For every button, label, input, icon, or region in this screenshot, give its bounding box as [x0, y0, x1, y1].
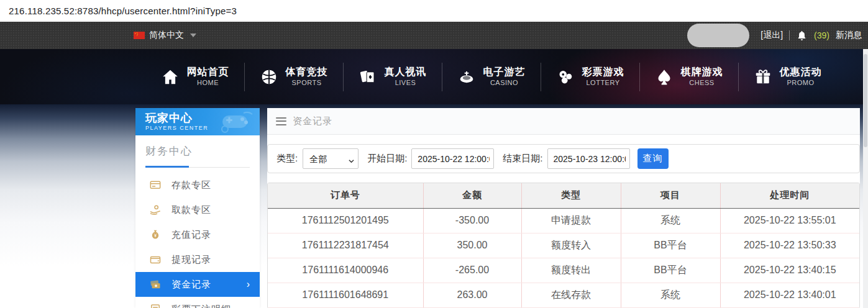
table-cell: 1761112501201495 [268, 208, 423, 233]
sidebar-item-label: 取款专区 [171, 204, 211, 216]
lottery-balls-icon [556, 68, 575, 86]
col-header: 类型 [521, 183, 621, 208]
section-label: 财务中心 [145, 144, 250, 158]
nav-label-en: CHESS [681, 78, 723, 88]
nav-item-chess[interactable]: 棋牌游戏CHESS [640, 66, 738, 88]
divider [789, 30, 790, 40]
sidebar-menu: 存款专区›取款专区›充值记录›提现记录›资金记录›彩票下注明细› [135, 173, 260, 308]
nav-item-sports[interactable]: 体育竞技SPORTS [245, 66, 343, 88]
table-cell: 2025-10-22 13:40:15 [720, 258, 859, 283]
nav-label-zh: 体育竞技 [286, 66, 328, 78]
table-row: 1761111614000946-265.00额度转出BB平台2025-10-2… [268, 258, 859, 283]
type-select[interactable]: 全部 [303, 148, 359, 169]
col-header: 订单号 [268, 183, 423, 208]
breadcrumb-label: 资金记录 [293, 116, 332, 127]
table-row: 1761112501201495-350.00申请提款系统2025-10-22 … [268, 208, 859, 233]
language-selector[interactable]: 简体中文 [134, 30, 196, 41]
nav-item-home[interactable]: 网站首页HOME [146, 66, 244, 88]
table-cell: 申请提款 [521, 208, 621, 233]
scrollbar-thumb[interactable] [864, 54, 867, 147]
sidebar-item-deposit[interactable]: 存款专区› [135, 173, 260, 197]
type-label: 类型: [276, 153, 298, 165]
col-header: 处理时间 [720, 183, 859, 208]
logout-button[interactable]: [退出] [761, 30, 783, 41]
start-date-input[interactable] [411, 148, 494, 169]
new-messages-link[interactable]: 新消息 [836, 30, 862, 41]
sidebar-item-label: 充值记录 [171, 229, 211, 241]
nav-item-lottery[interactable]: 彩票游戏LOTTERY [541, 66, 639, 88]
chevron-down-icon [190, 34, 196, 37]
message-count[interactable]: (39) [814, 30, 829, 40]
sidebar-item-label: 存款专区 [171, 179, 211, 191]
nav-label-en: LIVES [385, 78, 427, 88]
sidebar-item-label: 提现记录 [171, 254, 211, 266]
table-cell: 2025-10-22 13:40:01 [720, 283, 859, 307]
nav-label-zh: 彩票游戏 [582, 66, 624, 78]
bell-icon[interactable] [796, 30, 808, 42]
nav-label-zh: 网站首页 [187, 66, 229, 78]
filter-bar: 类型: 全部 开始日期: 结束日期: 查询 [267, 144, 860, 173]
breadcrumb: 资金记录 [267, 108, 860, 135]
gamepad-icon [219, 111, 254, 134]
bet-list-icon [149, 303, 162, 308]
table-cell: BB平台 [621, 233, 720, 258]
withdraw-hand-icon [149, 204, 162, 216]
table-row: 1761112231817454350.00额度转入BB平台2025-10-22… [268, 233, 859, 258]
sidebar-item-recharge-log[interactable]: 充值记录› [135, 222, 260, 247]
table-cell: 1761112231817454 [268, 233, 423, 258]
chevron-right-icon: › [247, 279, 250, 289]
table-body: 1761112501201495-350.00申请提款系统2025-10-22 … [268, 208, 859, 307]
nav-label-en: HOME [187, 78, 229, 88]
nav-label-zh: 优惠活动 [780, 66, 822, 78]
col-header: 项目 [621, 183, 720, 208]
table-cell: 额度转入 [521, 233, 621, 258]
table-cell: 350.00 [423, 233, 521, 258]
nav-label-en: SPORTS [286, 78, 328, 88]
table-cell: 1761111601648691 [268, 283, 423, 307]
browser-url-bar[interactable]: 216.118.235.52:8783/hhcp/usercenter.html… [0, 0, 868, 22]
roulette-icon [457, 68, 476, 86]
end-date-input[interactable] [547, 148, 630, 169]
sidebar-item-funds-log[interactable]: 资金记录› [135, 272, 260, 297]
gift-icon [754, 68, 772, 86]
main-nav: 网站首页HOME体育竞技SPORTS真人视讯LIVES电子游艺CASINO彩票游… [57, 49, 868, 104]
topbar: 简体中文 [退出] (39) 新消息 [0, 22, 868, 49]
table-row: 1761111601648691263.00在线存款系统2025-10-22 1… [268, 283, 859, 307]
nav-item-casino[interactable]: 电子游艺CASINO [442, 66, 541, 88]
moneybag-icon [149, 229, 162, 241]
section-underline [145, 166, 250, 168]
nav-label-en: CASINO [483, 78, 526, 88]
nav-label-zh: 电子游艺 [483, 66, 526, 78]
sidebar-item-withdrawal-log[interactable]: 提现记录› [135, 247, 260, 272]
nav-label-zh: 棋牌游戏 [681, 66, 723, 78]
banknotes-icon [149, 278, 162, 291]
nav-item-lives[interactable]: 真人视讯LIVES [344, 66, 442, 88]
sidebar-item-label: 彩票下注明细 [171, 304, 231, 308]
playing-cards-icon [359, 68, 377, 86]
language-label: 简体中文 [149, 30, 184, 41]
deposit-card-icon [149, 179, 162, 191]
end-date-label: 结束日期: [503, 153, 542, 165]
sidebar-item-withdraw[interactable]: 取款专区› [135, 197, 260, 222]
main-content: 资金记录 类型: 全部 开始日期: 结束日期: 查询 订单号金额类型项目处理时间… [267, 108, 860, 308]
sidebar-header: 玩家中心 PLAYERS CENTER [135, 108, 260, 135]
table-cell: 2025-10-22 13:55:01 [720, 208, 859, 233]
sidebar-item-lottery-detail[interactable]: 彩票下注明细› [135, 297, 260, 308]
menu-icon[interactable] [276, 117, 286, 125]
scrollbar[interactable] [863, 49, 868, 308]
col-header: 金额 [423, 183, 521, 208]
home-icon [161, 68, 180, 86]
query-button[interactable]: 查询 [637, 148, 669, 169]
sidebar-item-label: 资金记录 [171, 279, 211, 291]
username-redacted [687, 24, 749, 47]
table-cell: 额度转出 [521, 258, 621, 283]
table-cell: 系统 [621, 283, 720, 307]
table-cell: 系统 [621, 208, 720, 233]
nav-item-promo[interactable]: 优惠活动PROMO [739, 66, 837, 88]
table-cell: 1761111614000946 [268, 258, 423, 283]
sports-ball-icon [260, 68, 278, 86]
table-cell: BB平台 [621, 258, 720, 283]
table-header-row: 订单号金额类型项目处理时间 [268, 183, 859, 208]
funds-table-wrap: 订单号金额类型项目处理时间 1761112501201495-350.00申请提… [267, 183, 860, 308]
funds-table: 订单号金额类型项目处理时间 1761112501201495-350.00申请提… [268, 183, 859, 308]
